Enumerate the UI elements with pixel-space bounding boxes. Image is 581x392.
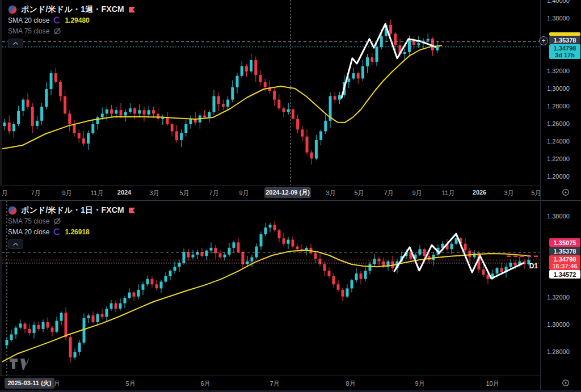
candle-body — [10, 334, 13, 340]
candle-body — [346, 288, 349, 296]
candle-body — [233, 242, 235, 248]
candle-body — [364, 271, 367, 279]
candle-body — [347, 78, 350, 82]
candle-body — [12, 124, 15, 131]
candle-body — [357, 73, 360, 78]
time-tick: 11月 — [442, 189, 454, 197]
time-tick: 7月 — [31, 189, 40, 197]
candle-body — [451, 244, 453, 250]
candle-body — [278, 230, 281, 238]
candle-body — [277, 100, 280, 109]
candle-body — [106, 309, 108, 317]
chart-text-drawing: D1 — [529, 262, 538, 270]
weekly-sma75-row[interactable]: SMA 75 close — [8, 26, 136, 36]
eye-off-icon[interactable] — [53, 217, 61, 225]
candle-body — [255, 246, 258, 257]
candle-body — [87, 315, 90, 318]
candle-body — [65, 313, 68, 337]
candle-body — [124, 112, 127, 115]
candle-body — [371, 57, 373, 62]
daily-scale-settings-gear-icon[interactable] — [561, 378, 570, 387]
eye-off-icon[interactable] — [53, 27, 61, 35]
flag-icon[interactable] — [128, 6, 136, 13]
candle-body — [68, 113, 71, 124]
candle-body — [110, 304, 113, 309]
candle-body — [287, 109, 290, 112]
candle-body — [369, 264, 372, 271]
candle-body — [201, 252, 204, 256]
candle-body — [214, 248, 217, 254]
candle-body — [228, 248, 231, 255]
time-tick: 9月 — [415, 380, 424, 388]
candle-body — [273, 91, 276, 100]
daily-time-axis[interactable]: 2025-03-11 (火) 4月5月6月7月8月9月10月 — [0, 376, 540, 390]
candle-body — [352, 73, 355, 78]
loading-spinner-icon — [53, 228, 61, 235]
candle-body — [110, 109, 113, 114]
candle-body — [332, 276, 335, 284]
candle-body — [242, 252, 245, 264]
candle-body — [208, 112, 210, 117]
candle-body — [419, 249, 422, 255]
candle-body — [169, 271, 172, 276]
daily-last-price-label: 1.34798 16:37:46 — [549, 255, 580, 270]
candle-body — [137, 290, 140, 297]
candle-body — [40, 107, 43, 121]
candle-body — [469, 251, 471, 258]
daily-sma75-row[interactable]: SMA 75 close — [8, 216, 136, 226]
flag-icon[interactable] — [128, 207, 136, 214]
time-tick: 7月 — [209, 189, 218, 197]
time-tick: 8月 — [346, 380, 355, 388]
candle-body — [351, 280, 353, 288]
add-alert-plus-button[interactable]: + — [539, 36, 548, 45]
candle-body — [184, 124, 187, 133]
candle-body — [203, 116, 206, 117]
candle-body — [119, 304, 122, 309]
candle-body — [254, 60, 257, 75]
candle-body — [78, 343, 81, 352]
weekly-symbol-row[interactable]: ポンド/米ドル・1週・FXCM — [8, 4, 136, 15]
candle-body — [96, 117, 99, 124]
candle-body — [231, 87, 234, 100]
candle-body — [165, 276, 167, 282]
chevron-up-icon — [13, 243, 18, 246]
candle-body — [259, 75, 262, 82]
candle-body — [148, 110, 150, 115]
time-tick: 7月 — [384, 189, 393, 197]
weekly-sma20-row[interactable]: SMA 20 close 1.29480 — [8, 15, 136, 26]
candle-body — [283, 108, 285, 112]
weekly-time-axis[interactable]: 2024-12-09 (月) 月7月9月11月20243月5月7月9月3月5月7… — [0, 185, 540, 200]
tradingview-multichart-layout: ポンド/米ドル・1週・FXCM SMA 20 close 1.29480 SMA… — [0, 0, 581, 392]
candle-body — [366, 57, 369, 66]
candle-body — [219, 253, 222, 257]
time-tick: 5月 — [125, 380, 135, 388]
candle-body — [427, 39, 430, 41]
time-tick: 10月 — [486, 380, 499, 388]
candle-body — [45, 89, 48, 107]
candle-body — [129, 108, 132, 112]
candle-body — [496, 268, 499, 274]
candle-body — [403, 52, 406, 54]
candle-body — [224, 255, 226, 258]
daily-sma20-row[interactable]: SMA 20 close 1.26918 — [8, 226, 136, 237]
daily-price-scale[interactable]: 1.35075 1.35378 1.34798 16:37:46 1.34572… — [541, 0, 581, 390]
tradingview-logo[interactable] — [9, 357, 30, 371]
candle-body — [389, 25, 392, 34]
candle-body — [337, 284, 340, 290]
candle-body — [36, 121, 39, 126]
candle-body — [245, 66, 248, 71]
candle-body — [328, 271, 331, 276]
candle-body — [22, 100, 24, 111]
daily-symbol-title: ポンド/米ドル・1日・FXCM — [21, 205, 124, 216]
candle-body — [101, 113, 104, 117]
candle-body — [436, 47, 439, 50]
weekly-collapse-button[interactable] — [8, 39, 23, 48]
candle-body — [210, 248, 213, 251]
candle-body — [269, 225, 272, 227]
daily-collapse-button[interactable] — [8, 239, 23, 249]
daily-symbol-row[interactable]: ポンド/米ドル・1日・FXCM — [8, 205, 136, 216]
candle-body — [19, 323, 22, 327]
candle-body — [315, 140, 318, 159]
candle-body — [83, 318, 86, 343]
time-tick: 3月 — [149, 189, 159, 197]
